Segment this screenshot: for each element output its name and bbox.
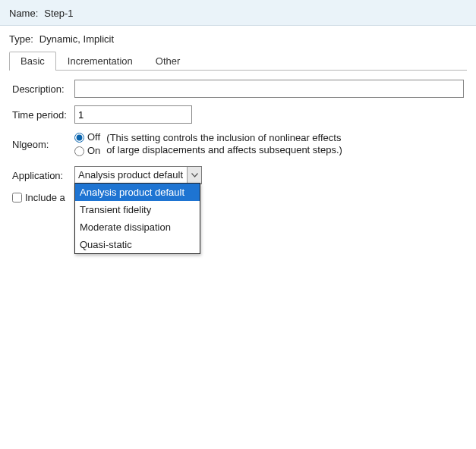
include-adiabatic-label: Include a: [25, 192, 65, 203]
nlgeom-on-option[interactable]: On: [74, 145, 100, 157]
application-combobox[interactable]: Analysis product default: [74, 166, 202, 184]
description-input[interactable]: [74, 80, 464, 98]
basic-tab-panel: Description: Time period: Nlgeom: Off On…: [9, 71, 467, 206]
dialog-header: Name: Step-1: [0, 0, 476, 26]
nlgeom-off-label: Off: [87, 131, 100, 143]
name-value: Step-1: [44, 8, 73, 19]
application-selected-text: Analysis product default: [75, 167, 187, 184]
nlgeom-off-option[interactable]: Off: [74, 131, 100, 143]
application-option-default[interactable]: Analysis product default: [75, 184, 200, 201]
time-period-input[interactable]: [74, 105, 192, 124]
nlgeom-label: Nlgeom:: [12, 139, 59, 150]
nlgeom-on-label: On: [87, 145, 100, 157]
nlgeom-on-radio[interactable]: [74, 146, 84, 156]
name-label: Name:: [9, 8, 38, 19]
time-period-label: Time period:: [12, 109, 74, 121]
chevron-down-icon: [191, 173, 198, 177]
description-label: Description:: [12, 83, 74, 95]
application-dropdown-button[interactable]: [187, 167, 201, 184]
type-label: Type:: [9, 33, 33, 45]
tab-incrementation[interactable]: Incrementation: [56, 52, 144, 71]
tab-basic[interactable]: Basic: [9, 52, 56, 71]
step-tabs: Basic Incrementation Other: [9, 51, 467, 71]
application-dropdown-list: Analysis product default Transient fidel…: [74, 183, 200, 254]
include-adiabatic-checkbox[interactable]: [12, 193, 22, 203]
nlgeom-radio-group: Off On: [74, 131, 100, 157]
application-option-quasi-static[interactable]: Quasi-static: [75, 236, 200, 253]
type-value: Dynamic, Implicit: [39, 33, 114, 45]
nlgeom-note-line1: (This setting controls the inclusion of …: [106, 132, 341, 143]
application-option-moderate-dissipation[interactable]: Moderate dissipation: [75, 218, 200, 236]
application-option-transient-fidelity[interactable]: Transient fidelity: [75, 201, 200, 218]
application-label: Application:: [12, 170, 74, 181]
tab-other[interactable]: Other: [144, 52, 192, 71]
nlgeom-note-line2: of large displacements and affects subse…: [106, 144, 342, 155]
nlgeom-note: (This setting controls the inclusion of …: [106, 132, 342, 156]
nlgeom-off-radio[interactable]: [74, 133, 84, 143]
